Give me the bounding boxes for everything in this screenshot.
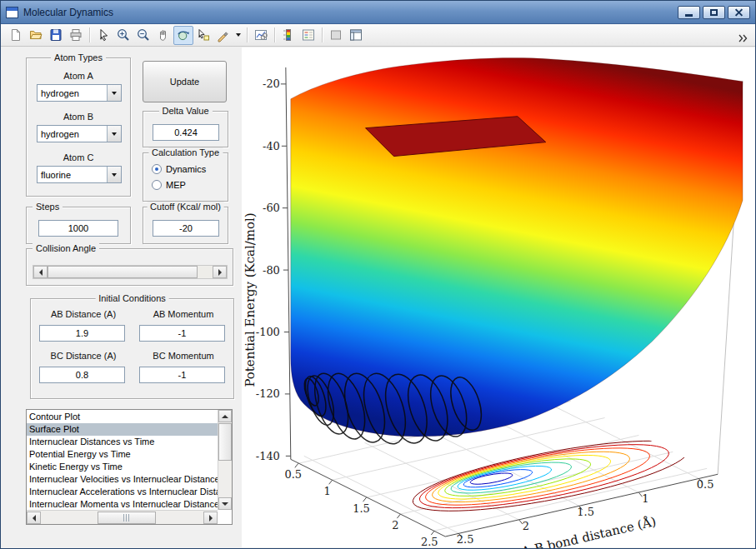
list-item-selected[interactable]: Surface Plot: [27, 423, 218, 436]
hide-plot-tools-button[interactable]: [326, 26, 346, 45]
y-tick-label: 2: [523, 520, 529, 532]
bc-momentum-label: BC Momentum: [138, 351, 229, 361]
radio-mep[interactable]: MEP: [152, 180, 186, 190]
rotate-3d-button[interactable]: [173, 26, 193, 45]
list-item[interactable]: Internuclear Velocities vs Internuclear …: [27, 473, 218, 486]
chevron-down-icon: [112, 132, 117, 136]
plot-type-listbox[interactable]: Contour Plot Surface Plot Internuclear D…: [26, 409, 233, 525]
radio-dynamics[interactable]: Dynamics: [152, 164, 206, 174]
new-figure-button[interactable]: [6, 26, 26, 45]
vertical-scroll-thumb[interactable]: [218, 423, 232, 461]
maximize-button[interactable]: [703, 6, 725, 19]
arrow-up-icon: [222, 415, 228, 418]
dropdown-button[interactable]: [107, 167, 121, 182]
scroll-right-button[interactable]: [203, 512, 218, 524]
list-item[interactable]: Internuclear Momenta vs Internuclear Dis…: [27, 498, 218, 511]
radio-selected-icon: [152, 164, 162, 174]
slider-thumb[interactable]: [48, 266, 198, 278]
bc-distance-input[interactable]: [39, 367, 125, 383]
steps-input[interactable]: [38, 220, 118, 237]
atom-a-select[interactable]: hydrogen: [37, 84, 122, 102]
list-item[interactable]: Kinetic Energy vs Time: [27, 461, 218, 473]
zoom-out-button[interactable]: [133, 26, 153, 45]
list-items: Contour Plot Surface Plot Internuclear D…: [27, 411, 218, 511]
z-tick-label: -120: [256, 387, 280, 400]
brush-dropdown-button[interactable]: [233, 26, 243, 45]
save-button[interactable]: [46, 26, 66, 45]
y-tick-label: 1.5: [577, 506, 594, 518]
x-tick-label: 2: [392, 519, 398, 532]
window-controls: [675, 6, 750, 19]
list-item[interactable]: Potential Energy vs Time: [27, 448, 218, 461]
steps-panel: Steps: [26, 207, 131, 244]
link-plot-icon: [253, 27, 268, 42]
surface-plot[interactable]: -20 -40 -60 -80 -100 -120 -140 0.5 1 1.5…: [234, 47, 756, 548]
horizontal-scroll-thumb[interactable]: [98, 512, 156, 524]
panel-title: Cutoff (Kcal/ mol): [147, 202, 224, 212]
z-tick-label: -40: [263, 140, 280, 152]
print-button[interactable]: [66, 26, 86, 45]
chevron-down-icon: [112, 173, 117, 177]
update-button[interactable]: Update: [143, 61, 227, 102]
atom-c-label: Atom C: [27, 152, 130, 162]
scroll-down-button[interactable]: [218, 497, 232, 510]
insert-legend-button[interactable]: [298, 26, 318, 45]
arrow-left-icon: [33, 515, 36, 522]
atom-c-value: fluorine: [38, 170, 107, 180]
atom-b-value: hydrogen: [38, 129, 107, 139]
open-folder-icon: [28, 27, 43, 42]
open-file-button[interactable]: [26, 26, 46, 45]
chevron-down-icon: [236, 33, 241, 37]
zoom-in-button[interactable]: [113, 26, 133, 45]
cutoff-panel: Cutoff (Kcal/ mol): [143, 207, 228, 244]
link-plot-button[interactable]: [251, 26, 271, 45]
x-tick-label: 0.5: [285, 468, 303, 481]
pointer-icon: [96, 27, 111, 42]
dropdown-button[interactable]: [107, 85, 121, 101]
slider-right-button[interactable]: [213, 266, 227, 278]
collision-angle-slider[interactable]: [33, 265, 228, 279]
minimize-button[interactable]: [678, 6, 700, 19]
insert-colorbar-button[interactable]: [278, 26, 298, 45]
pan-button[interactable]: [153, 26, 173, 45]
ab-distance-label: AB Distance (A): [38, 309, 129, 319]
ab-momentum-input[interactable]: [139, 325, 225, 342]
slider-left-button[interactable]: [33, 266, 48, 278]
cutoff-input[interactable]: [153, 220, 219, 237]
z-tick-label: -80: [263, 264, 280, 277]
list-horizontal-scrollbar[interactable]: [27, 510, 218, 524]
rotate-3d-icon: [176, 27, 191, 42]
titlebar[interactable]: Molecular Dynamics: [1, 1, 755, 24]
chevron-down-icon: [112, 92, 117, 95]
brush-data-button[interactable]: [213, 26, 233, 45]
close-button[interactable]: [728, 6, 750, 19]
maximize-icon: [710, 9, 718, 16]
brush-icon: [216, 27, 231, 42]
list-item[interactable]: Internuclear Distances vs Time: [27, 436, 218, 448]
window-title: Molecular Dynamics: [23, 7, 113, 18]
toolbar-overflow-icon[interactable]: [738, 31, 748, 46]
y-tick-label: 1: [642, 492, 648, 505]
bc-momentum-input[interactable]: [139, 367, 225, 383]
list-vertical-scrollbar[interactable]: [218, 410, 232, 510]
list-item[interactable]: Contour Plot: [27, 411, 218, 423]
arrow-down-icon: [222, 502, 228, 506]
show-plot-tools-button[interactable]: [346, 26, 366, 45]
delta-value-input[interactable]: [153, 124, 219, 141]
toolbar-separator: [247, 27, 248, 42]
bc-distance-label: BC Distance (A): [38, 351, 129, 361]
atom-b-select[interactable]: hydrogen: [37, 125, 122, 142]
scroll-left-button[interactable]: [27, 512, 41, 524]
new-figure-icon: [8, 27, 23, 42]
ab-distance-input[interactable]: [39, 325, 125, 342]
data-cursor-button[interactable]: [193, 26, 213, 45]
colorbar-icon: [281, 27, 296, 42]
dropdown-button[interactable]: [107, 126, 121, 142]
list-item[interactable]: Internuclear Accelerations vs Internucle…: [27, 486, 218, 498]
scroll-up-button[interactable]: [218, 410, 232, 422]
edit-plot-button[interactable]: [93, 26, 113, 45]
toolbar-separator: [322, 27, 323, 42]
atom-c-select[interactable]: fluorine: [37, 166, 122, 183]
toolbar-separator: [89, 27, 90, 42]
initial-conditions-panel: Initial Conditions AB Distance (A) AB Mo…: [30, 298, 234, 399]
